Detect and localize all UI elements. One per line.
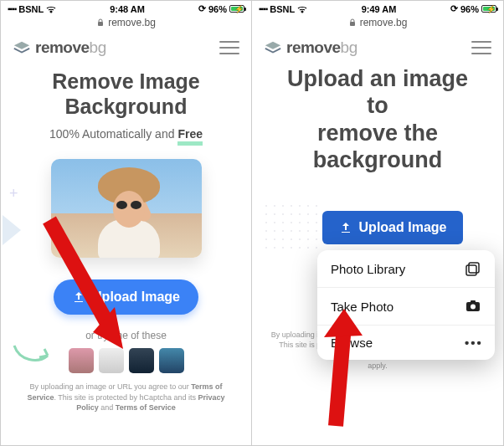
sample-photo [51, 159, 202, 258]
option-label: Photo Library [331, 262, 405, 276]
sample-thumb[interactable] [159, 348, 184, 373]
clock: 9:49 AM [362, 4, 397, 14]
browse-option[interactable]: Browse ••• [317, 326, 495, 360]
carrier-label: BSNL [270, 4, 295, 14]
battery-icon: ⚡ [481, 5, 496, 13]
rotation-lock-icon: ⟳ [198, 3, 206, 14]
logo-text: removebg [35, 38, 106, 57]
battery-pct: 96% [460, 4, 479, 14]
signal-icon: ▪▪▪▪ [8, 4, 16, 13]
carrier-label: BSNL [18, 4, 44, 14]
photo-library-icon [465, 260, 481, 277]
curly-arrow-decoration [13, 342, 51, 367]
lock-icon [96, 18, 105, 27]
upload-action-sheet: Photo Library Take Photo Browse ••• [317, 250, 495, 360]
subline: 100% Automatically and Free [14, 127, 238, 141]
take-photo-option[interactable]: Take Photo [317, 288, 495, 326]
svg-point-5 [471, 305, 476, 310]
address-bar[interactable]: remove.bg [1, 15, 251, 33]
logo-text: removebg [286, 38, 357, 57]
menu-button[interactable] [219, 41, 239, 54]
svg-rect-6 [471, 300, 476, 303]
svg-rect-1 [350, 22, 355, 26]
option-label: Browse [331, 336, 373, 350]
decoration-plus: + [9, 185, 18, 202]
status-bar: ▪▪▪▪ BSNL 9:49 AM ⟳ 96% ⚡ [252, 1, 503, 15]
wifi-icon [46, 5, 56, 13]
address-bar[interactable]: remove.bg [252, 15, 503, 33]
signal-icon: ▪▪▪▪ [259, 4, 267, 13]
url-text: remove.bg [108, 17, 156, 28]
wifi-icon [297, 5, 307, 13]
lock-icon [348, 18, 357, 27]
decoration-dots [262, 202, 321, 252]
logo[interactable]: removebg [13, 38, 106, 57]
battery-icon: ⚡ [229, 5, 244, 13]
upload-label: Upload Image [359, 220, 447, 235]
url-text: remove.bg [360, 17, 408, 28]
svg-rect-0 [98, 22, 103, 26]
logo-icon [13, 38, 31, 57]
clock: 9:48 AM [110, 4, 145, 14]
sample-thumb[interactable] [129, 348, 154, 373]
logo[interactable]: removebg [264, 38, 357, 57]
logo-icon [264, 38, 282, 57]
status-bar: ▪▪▪▪ BSNL 9:48 AM ⟳ 96% ⚡ [1, 1, 251, 15]
try-one-text: or try one of these [14, 330, 238, 341]
upload-image-button[interactable]: Upload Image [322, 211, 464, 244]
upload-label: Upload Image [92, 290, 180, 305]
battery-pct: 96% [208, 4, 227, 14]
svg-rect-3 [466, 265, 476, 275]
more-icon: ••• [465, 336, 481, 350]
camera-icon [465, 298, 481, 315]
sample-thumb[interactable] [69, 348, 94, 373]
upload-icon [339, 221, 352, 234]
upload-icon [72, 290, 85, 304]
svg-rect-2 [469, 263, 479, 273]
decoration-triangle [3, 215, 21, 245]
option-label: Take Photo [331, 300, 393, 314]
menu-button[interactable] [471, 41, 491, 54]
photo-library-option[interactable]: Photo Library [317, 250, 495, 288]
rotation-lock-icon: ⟳ [450, 3, 458, 14]
headline: Upload an image to remove the background [267, 65, 488, 174]
sample-thumb[interactable] [99, 348, 124, 373]
upload-image-button[interactable]: Upload Image [54, 279, 198, 315]
disclaimer: By uploading an image or URL you agree t… [1, 373, 251, 413]
headline: Remove Image Background [14, 69, 238, 119]
